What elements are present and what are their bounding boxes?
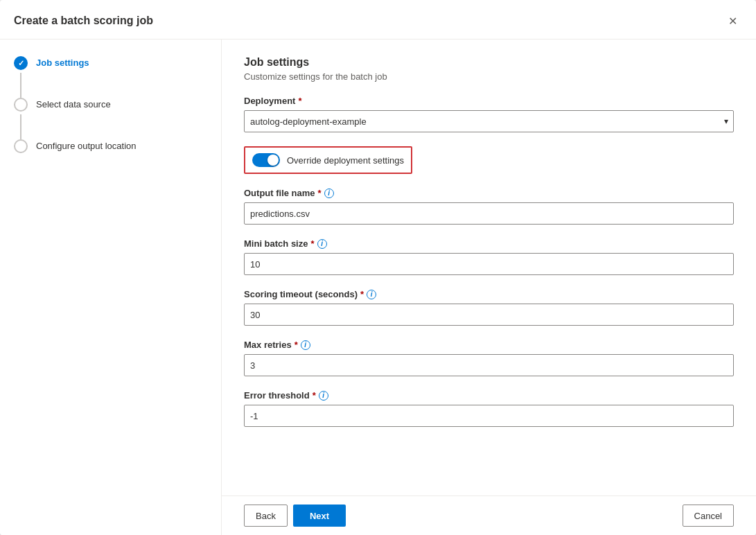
cancel-button[interactable]: Cancel [683, 505, 734, 527]
section-title: Job settings [244, 56, 734, 69]
deployment-label: Deployment * [244, 96, 734, 106]
max-retries-label: Max retries * i [244, 340, 734, 350]
scoring-timeout-label: Scoring timeout (seconds) * i [244, 289, 734, 299]
content-area: Job settings Customize settings for the … [222, 40, 756, 495]
override-toggle-label: Override deployment settings [287, 155, 404, 166]
mini-batch-size-label: Mini batch size * i [244, 238, 734, 249]
sidebar: ✓ Job settings Select data source [0, 40, 222, 535]
step-configure-output: Configure output location [14, 139, 207, 153]
step-2-label: Select data source [36, 98, 111, 109]
step-job-settings: ✓ Job settings [14, 56, 207, 98]
section-subtitle: Customize settings for the batch job [244, 71, 734, 82]
error-threshold-group: Error threshold * i [244, 390, 734, 427]
next-button[interactable]: Next [293, 505, 346, 527]
step-3-label: Configure output location [36, 139, 137, 151]
deployment-select[interactable]: autolog-deployment-example [244, 110, 734, 132]
error-threshold-required-star: * [313, 390, 316, 401]
max-retries-input[interactable] [244, 354, 734, 376]
scoring-timeout-input[interactable] [244, 304, 734, 326]
error-threshold-info-icon[interactable]: i [319, 391, 328, 401]
dialog: Create a batch scoring job ✕ ✓ Job setti… [0, 0, 756, 535]
step-1-circle: ✓ [14, 56, 28, 70]
close-button[interactable]: ✕ [723, 11, 742, 30]
mini-batch-info-icon[interactable]: i [317, 239, 327, 249]
deployment-dropdown[interactable]: autolog-deployment-example ▾ [244, 110, 734, 132]
step-2-line [20, 114, 21, 139]
step-1-line [20, 73, 21, 98]
step-2-indicator [14, 98, 28, 139]
override-toggle-switch[interactable] [252, 153, 280, 167]
main-content: Job settings Customize settings for the … [222, 40, 756, 535]
step-1-check-icon: ✓ [18, 59, 24, 68]
toggle-slider [252, 153, 280, 167]
mini-batch-size-input[interactable] [244, 253, 734, 275]
override-toggle-container[interactable]: Override deployment settings [244, 146, 412, 174]
dialog-header: Create a batch scoring job ✕ [0, 0, 756, 40]
step-select-data: Select data source [14, 98, 207, 139]
error-threshold-label: Error threshold * i [244, 390, 734, 401]
step-3-circle [14, 139, 28, 153]
footer-left-buttons: Back Next [244, 505, 346, 527]
max-retries-required-star: * [295, 340, 298, 350]
scoring-timeout-info-icon[interactable]: i [367, 290, 376, 299]
step-1-indicator: ✓ [14, 56, 28, 98]
back-button[interactable]: Back [244, 505, 288, 527]
step-3-indicator [14, 139, 28, 153]
error-threshold-input[interactable] [244, 405, 734, 427]
max-retries-group: Max retries * i [244, 340, 734, 376]
output-file-name-group: Output file name * i [244, 188, 734, 225]
deployment-required-star: * [298, 96, 301, 106]
step-2-circle [14, 98, 28, 112]
scoring-timeout-required-star: * [360, 289, 364, 299]
max-retries-info-icon[interactable]: i [301, 340, 310, 350]
dialog-body: ✓ Job settings Select data source [0, 40, 756, 535]
dialog-title: Create a batch scoring job [14, 15, 153, 27]
step-1-label: Job settings [36, 56, 89, 68]
scoring-timeout-group: Scoring timeout (seconds) * i [244, 289, 734, 326]
output-required-star: * [318, 188, 322, 198]
output-file-name-input[interactable] [244, 202, 734, 225]
output-file-name-label: Output file name * i [244, 188, 734, 198]
dialog-footer: Back Next Cancel [222, 495, 756, 535]
output-info-icon[interactable]: i [324, 188, 334, 198]
mini-batch-size-group: Mini batch size * i [244, 238, 734, 275]
deployment-field-group: Deployment * autolog-deployment-example … [244, 96, 734, 132]
mini-batch-required-star: * [310, 238, 314, 249]
